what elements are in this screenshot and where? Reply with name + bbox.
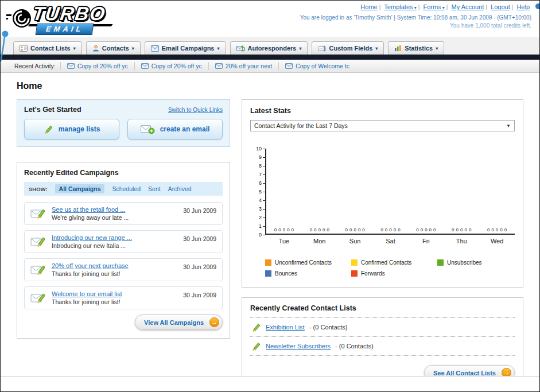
custom-fields-icon (318, 45, 326, 52)
contact-list-row[interactable]: Newsletter Subscribers - (0 Contacts) (250, 337, 515, 356)
tab-email-campaigns[interactable]: Email Campaigns ▾ (145, 41, 226, 55)
latest-stats-panel: Latest Stats Contact Activity for the La… (242, 99, 523, 288)
recent-activity-item[interactable]: Copy of 20% off yc (134, 62, 208, 70)
chevron-down-icon: ▼ (506, 123, 511, 129)
campaign-date: 30 Jun 2009 (183, 207, 216, 214)
campaign-filter-bar: SHOW: All Campaigns Scheduled Sent Archi… (24, 182, 223, 196)
contact-list-row[interactable]: Exhibition List - (0 Contacts) (250, 318, 515, 337)
legend-item: Unsubscribes (437, 259, 523, 266)
top-link-forms[interactable]: Forms (423, 3, 444, 10)
chart-plot-area: 00000000000000000000000000000000000 (265, 149, 515, 235)
campaign-title-link[interactable]: Introducing our new range ... (52, 234, 177, 241)
legend-item: Confirmed Contacts (351, 259, 437, 266)
envelope-plus-icon (141, 124, 155, 134)
recent-activity-item[interactable]: Copy of 20% off yc (60, 62, 134, 70)
recently-created-contact-lists-panel: Recently Created Contact Lists Exhibitio… (242, 297, 523, 389)
envelope-icon (141, 63, 149, 69)
tab-custom-fields[interactable]: Custom Fields ▾ (312, 41, 384, 55)
chart-plot-groups: 00000000000000000000000000000000000 (266, 149, 515, 234)
logo-text: TURBO (31, 3, 107, 25)
campaign-subtitle: We're giving away our late ... (52, 214, 177, 221)
manage-lists-button[interactable]: manage lists (24, 119, 119, 139)
recent-activity-link[interactable]: Copy of 20% off yc (77, 63, 128, 69)
tab-contact-lists[interactable]: Contact Lists ▾ (13, 41, 82, 55)
envelope-icon (67, 63, 75, 69)
campaign-subtitle: Thanks for joining our list! (52, 298, 177, 305)
get-started-panel: Let's Get Started Switch to Quick Links … (17, 99, 230, 147)
contact-activity-chart: 012345678910 000000000000000000000000000… (250, 149, 515, 277)
corner-dot (535, 3, 540, 9)
separator: | (418, 4, 420, 10)
switch-quick-links-link[interactable]: Switch to Quick Links (168, 107, 223, 113)
main-content: Home Let's Get Started Switch to Quick L… (1, 73, 539, 376)
edit-campaign-icon (30, 236, 46, 248)
footer (1, 376, 539, 391)
chevron-down-icon: ▾ (132, 46, 134, 51)
contact-lists-title: Recently Created Contact Lists (250, 304, 515, 312)
contact-list-link[interactable]: Newsletter Subscribers (266, 343, 331, 350)
tab-label: Contacts (102, 45, 129, 52)
chart-x-labels: TueMonSunSatFriThuWed (266, 235, 515, 244)
credits-info: You have 1,000 total credits left. (300, 22, 531, 29)
latest-stats-title: Latest Stats (250, 107, 515, 115)
campaign-item[interactable]: Welcome to our email list Thanks for joi… (24, 286, 223, 309)
logo-swirl-icon (6, 6, 33, 30)
chevron-down-icon: ▾ (73, 46, 76, 51)
top-link-my-account[interactable]: My Account (452, 3, 484, 10)
campaign-list: See us at the retail food ... We're givi… (24, 202, 223, 309)
recent-activity-item[interactable]: Copy of Welcome tc (278, 62, 356, 70)
chart-y-axis: 012345678910 (254, 149, 265, 235)
edit-campaign-icon (30, 264, 46, 276)
top-link-templates[interactable]: Templates (384, 3, 416, 10)
stats-period-value: Contact Activity for the Last 7 Days (254, 122, 348, 129)
tab-label: Custom Fields (329, 45, 372, 52)
campaign-title-link[interactable]: See us at the retail food ... (52, 206, 177, 213)
pencil-icon (251, 323, 261, 332)
top-nav: Home| Templates| Forms| My Account| Logo… (300, 3, 531, 10)
create-email-button[interactable]: create an email (127, 119, 223, 139)
chevron-down-icon: ▾ (375, 46, 378, 51)
campaigns-title: Recently Edited Campaigns (24, 169, 223, 177)
nav-underline-bar (1, 55, 539, 60)
envelope-icon (151, 45, 159, 52)
contacts-icon (92, 45, 99, 52)
campaign-title-link[interactable]: 20% off your next purchase (52, 262, 177, 269)
balloon-tail-decoration (1, 29, 10, 65)
tab-contacts[interactable]: Contacts ▾ (86, 41, 141, 55)
campaign-title-link[interactable]: Welcome to our email list (52, 290, 177, 297)
view-all-campaigns-button[interactable]: View All Campaigns → (135, 315, 223, 330)
main-tab-bar: Contact Lists ▾ Contacts ▾ Email Campaig… (1, 37, 539, 55)
top-link-logout[interactable]: Logout (491, 3, 510, 10)
campaign-item[interactable]: See us at the retail food ... We're givi… (24, 202, 223, 225)
recent-activity-link[interactable]: Copy of 20% off yc (151, 63, 202, 69)
contact-list-link[interactable]: Exhibition List (266, 324, 305, 331)
get-started-title: Let's Get Started (24, 106, 81, 114)
recent-activity-link[interactable]: Copy of Welcome tc (296, 63, 349, 69)
filter-sent[interactable]: Sent (148, 185, 161, 192)
filter-all-campaigns[interactable]: All Campaigns (55, 184, 105, 193)
campaign-subtitle: Thanks for joining our list! (52, 270, 177, 277)
chart-legend: Unconfirmed ContactsConfirmed ContactsUn… (265, 259, 529, 277)
campaign-date: 30 Jun 2009 (183, 292, 216, 298)
filter-archived[interactable]: Archived (168, 185, 192, 192)
page-title: Home (17, 81, 523, 91)
contact-lists-icon (20, 45, 28, 52)
stats-period-select[interactable]: Contact Activity for the Last 7 Days ▼ (250, 120, 515, 131)
separator: | (379, 4, 381, 10)
campaign-item[interactable]: Introducing our new range ... Introducin… (24, 230, 223, 253)
pencil-icon (44, 125, 53, 134)
app-logo[interactable]: TURBO EMAIL (6, 3, 150, 36)
separator: | (446, 4, 448, 10)
recent-activity-link[interactable]: 20% off your next (226, 63, 273, 69)
filter-scheduled[interactable]: Scheduled (112, 185, 141, 192)
top-link-help[interactable]: Help (516, 3, 530, 10)
tab-autoresponders[interactable]: Autoresponders ▾ (230, 41, 308, 55)
recent-activity-item[interactable]: 20% off your next (208, 62, 279, 70)
campaign-item[interactable]: 20% off your next purchase Thanks for jo… (24, 258, 223, 281)
campaign-date: 30 Jun 2009 (183, 235, 216, 242)
campaign-date: 30 Jun 2009 (183, 263, 216, 270)
top-link-home[interactable]: Home (360, 3, 377, 10)
chevron-down-icon: ▾ (436, 46, 438, 51)
chevron-down-icon: ▾ (299, 46, 301, 51)
tab-statistics[interactable]: Statistics ▾ (388, 41, 444, 55)
